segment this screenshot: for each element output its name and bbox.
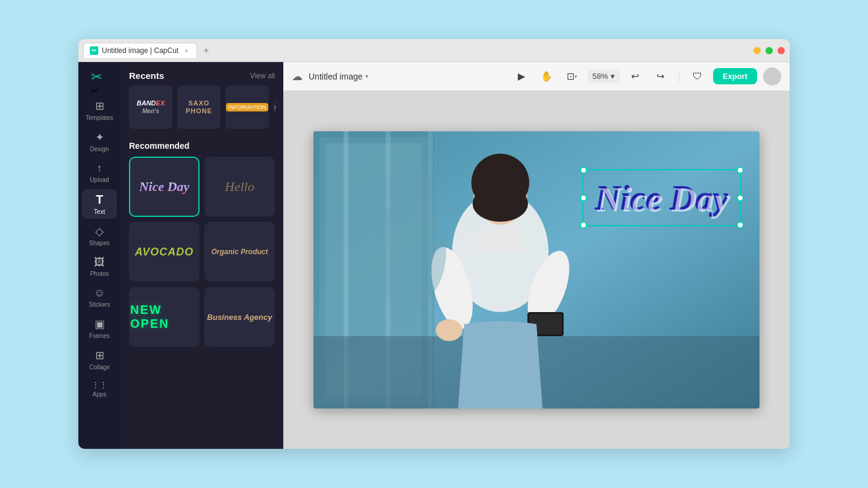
- tab-area: ✂ Untitled image | CapCut × +: [83, 43, 753, 58]
- app-logo-icon: ✂: [91, 69, 108, 86]
- undo-icon: ↩: [631, 70, 639, 82]
- apps-label: Apps: [93, 391, 107, 398]
- title-bar: ✂ Untitled image | CapCut × +: [78, 39, 790, 62]
- new-open-template-text: NEW OPEN: [130, 303, 198, 331]
- export-button[interactable]: Export: [713, 68, 757, 84]
- doc-title-chevron-icon: ▾: [365, 73, 368, 80]
- maximize-button[interactable]: [766, 47, 773, 54]
- canvas-wrapper[interactable]: Nice Day: [313, 131, 760, 408]
- tab-close-btn[interactable]: ×: [182, 46, 190, 55]
- selection-handle-tl[interactable]: [580, 167, 587, 174]
- sidebar-item-design[interactable]: ✦ Design: [82, 127, 117, 156]
- templates-label: Templates: [86, 114, 113, 121]
- shield-button[interactable]: 🛡: [688, 67, 707, 86]
- document-title[interactable]: Untitled image ▾: [309, 72, 368, 81]
- photos-label: Photos: [90, 271, 108, 277]
- zoom-chevron-icon: ▾: [611, 72, 615, 81]
- template-organic-product[interactable]: Organic Product: [204, 222, 275, 282]
- layout-button[interactable]: ⊡ ▾: [562, 67, 582, 86]
- upload-icon: ↑: [97, 162, 102, 175]
- tab-label: Untitled image | CapCut: [102, 46, 178, 55]
- recommended-title: Recommended: [129, 141, 189, 151]
- avocado-template-text: Avocado: [135, 246, 194, 258]
- toolbar-divider: [679, 70, 679, 83]
- selection-handle-tr[interactable]: [737, 167, 744, 174]
- recent-saxophone-text: SAXOPHONE: [186, 99, 212, 115]
- template-hello[interactable]: Hello: [204, 157, 275, 217]
- text-panel: Recents View all BANDEXMen's SAXOPHONE I…: [121, 62, 283, 449]
- layout-chevron-icon: ▾: [574, 74, 577, 80]
- sidebar-item-apps[interactable]: ⋮⋮ Apps: [82, 377, 117, 401]
- view-all-button[interactable]: View all: [250, 72, 275, 80]
- hello-template-text: Hello: [225, 179, 254, 195]
- recent-thumb-saxophone[interactable]: SAXOPHONE: [177, 86, 221, 129]
- main-area: ✂ ⊞ Templates ✦ Design ↑ Upload T Text ◇…: [78, 62, 790, 449]
- business-agency-template-text: Business Agency: [207, 313, 272, 322]
- sidebar-item-text[interactable]: T Text: [82, 189, 117, 219]
- sidebar-item-stickers[interactable]: ☺ Stickers: [82, 283, 117, 311]
- play-icon: ▶: [518, 70, 525, 82]
- selection-handle-ml[interactable]: [580, 194, 587, 201]
- shield-icon: 🛡: [693, 71, 702, 82]
- svg-point-14: [436, 319, 462, 341]
- text-icon: T: [96, 193, 103, 207]
- sidebar-item-collage[interactable]: ⊞ Collage: [82, 345, 117, 374]
- selection-handle-mr[interactable]: [737, 194, 744, 201]
- window-controls: [753, 47, 785, 54]
- selection-handle-bl[interactable]: [580, 222, 587, 229]
- template-grid: Nice Day Hello Avocado Organic Product N…: [121, 157, 283, 347]
- recent-row: BANDEXMen's SAXOPHONE INFORMATION ›: [121, 86, 283, 137]
- minimize-button[interactable]: [753, 47, 761, 54]
- photos-icon: 🖼: [94, 256, 105, 269]
- sidebar-item-upload[interactable]: ↑ Upload: [82, 158, 117, 187]
- active-tab[interactable]: ✂ Untitled image | CapCut ×: [83, 43, 197, 58]
- organic-template-text: Organic Product: [211, 248, 268, 256]
- selection-handle-br[interactable]: [737, 222, 744, 229]
- cloud-save-icon: ☁: [292, 70, 303, 83]
- stickers-icon: ☺: [94, 287, 105, 299]
- recommended-header: Recommended: [121, 137, 283, 157]
- template-new-open[interactable]: NEW OPEN: [129, 287, 200, 347]
- canvas-area: Nice Day: [283, 91, 790, 449]
- template-business-agency[interactable]: Business Agency: [204, 287, 275, 347]
- zoom-control[interactable]: 58% ▾: [588, 69, 620, 83]
- stickers-label: Stickers: [89, 301, 110, 308]
- design-label: Design: [90, 146, 108, 152]
- top-bar: ☁ Untitled image ▾ ▶ ✋ ⊡ ▾ 58%: [283, 62, 790, 91]
- upload-label: Upload: [90, 177, 109, 183]
- play-button[interactable]: ▶: [512, 67, 531, 86]
- redo-icon: ↪: [656, 70, 664, 82]
- design-icon: ✦: [95, 131, 104, 144]
- recent-thumb-bandex[interactable]: BANDEXMen's: [129, 86, 172, 129]
- sidebar-item-photos[interactable]: 🖼 Photos: [82, 252, 117, 281]
- recents-header: Recents View all: [121, 62, 283, 86]
- sidebar-item-frames[interactable]: ▣ Frames: [82, 314, 117, 343]
- capcut-tab-icon: ✂: [90, 46, 98, 55]
- collage-label: Collage: [89, 364, 110, 371]
- recent-thumb-information[interactable]: INFORMATION: [225, 86, 269, 129]
- templates-icon: ⊞: [95, 99, 104, 113]
- hand-tool-button[interactable]: ✋: [537, 67, 556, 86]
- sidebar-item-templates[interactable]: ⊞ Templates: [82, 96, 117, 125]
- nice-day-template-text: Nice Day: [139, 179, 190, 195]
- template-nice-day[interactable]: Nice Day: [129, 157, 200, 217]
- canvas-text-selection[interactable]: Nice Day: [582, 169, 742, 227]
- template-avocado[interactable]: Avocado: [129, 222, 200, 282]
- app-window: ✂ Untitled image | CapCut × + ✂ ⊞ Templa…: [78, 39, 790, 449]
- shapes-label: Shapes: [89, 240, 110, 246]
- undo-button[interactable]: ↩: [626, 67, 645, 86]
- hand-icon: ✋: [541, 70, 553, 82]
- text-label: Text: [94, 208, 105, 215]
- sidebar-item-shapes[interactable]: ◇ Shapes: [82, 221, 117, 250]
- svg-point-11: [473, 186, 528, 222]
- new-tab-button[interactable]: +: [200, 44, 213, 57]
- doc-title-text: Untitled image: [309, 72, 363, 81]
- shapes-icon: ◇: [95, 225, 104, 238]
- user-avatar[interactable]: [763, 67, 781, 86]
- collage-icon: ⊞: [95, 349, 104, 362]
- close-button[interactable]: [778, 47, 785, 54]
- recent-next-button[interactable]: ›: [274, 100, 276, 114]
- zoom-value: 58%: [593, 72, 608, 81]
- redo-button[interactable]: ↪: [651, 67, 670, 86]
- canvas-nice-day-text[interactable]: Nice Day: [596, 178, 729, 217]
